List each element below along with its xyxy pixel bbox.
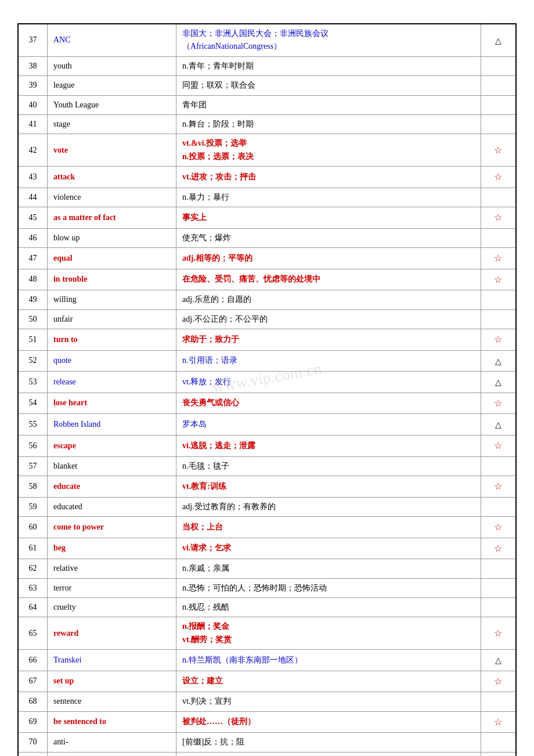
row-number: 65 — [18, 617, 47, 650]
row-number: 58 — [18, 476, 47, 498]
row-number: 67 — [18, 671, 47, 692]
row-number: 42 — [18, 134, 47, 167]
table-row: 38youthn.青年；青年时时期 — [18, 56, 516, 75]
table-row: 62relativen.亲戚；亲属 — [18, 559, 516, 578]
row-number: 47 — [18, 248, 47, 269]
vocabulary-table: 37ANC非国大；非洲人国民大会；非洲民族会议（AfricanNationalC… — [17, 23, 517, 756]
importance-mark: △ — [481, 350, 516, 372]
row-number: 56 — [18, 435, 47, 457]
definition: n.暴力；暴行 — [176, 188, 481, 207]
row-number: 57 — [18, 456, 47, 476]
word: vote — [47, 134, 176, 167]
word: league — [47, 76, 176, 95]
table-row: 49willingadj.乐意的；自愿的 — [18, 290, 516, 309]
table-row: 56escapevi.逃脱；逃走；泄露☆ — [18, 435, 516, 457]
row-number: 39 — [18, 76, 47, 95]
importance-mark: ☆ — [481, 476, 516, 498]
definition: 事实上 — [176, 207, 481, 229]
row-number: 66 — [18, 650, 47, 671]
table-row: 47equaladj.相等的；平等的☆ — [18, 248, 516, 269]
word: lose heart — [47, 393, 176, 414]
row-number: 46 — [18, 228, 47, 247]
definition: vt.教育:训练 — [176, 476, 481, 498]
word: Robben Island — [47, 414, 176, 435]
table-row: 54lose heart丧失勇气或信心☆ — [18, 393, 516, 414]
importance-mark: ☆ — [481, 329, 516, 351]
table-row: 48in trouble在危险、受罚、痛苦、忧虑等的处境中☆ — [18, 269, 516, 290]
definition: n.舞台；阶段；时期 — [176, 114, 481, 134]
definition: 同盟；联双；联合会 — [176, 76, 481, 95]
row-number: 48 — [18, 269, 47, 290]
row-number: 59 — [18, 497, 47, 516]
row-number: 55 — [18, 414, 47, 435]
importance-mark: △ — [481, 650, 516, 671]
table-row: 42votevt.&vi.投票；选举n.投票；选票；表决☆ — [18, 134, 516, 167]
table-row: 63terrorn.恐怖；可怕的人；恐怖时期；恐怖活动 — [18, 578, 516, 597]
table-row: 71anti-blackadj.反黑人的 — [18, 752, 516, 756]
word: terror — [47, 578, 176, 597]
definition: adj.反黑人的 — [176, 752, 481, 756]
importance-mark: ☆ — [481, 671, 516, 692]
word: blow up — [47, 228, 176, 247]
word: stage — [47, 114, 176, 134]
row-number: 53 — [18, 372, 47, 393]
definition: 设立；建立 — [176, 671, 481, 692]
word: relative — [47, 559, 176, 578]
row-number: 37 — [18, 24, 47, 56]
table-row: 66Transkein.特兰斯凯（南非东南部一地区）△ — [18, 650, 516, 671]
definition: 当权；上台 — [176, 517, 481, 538]
row-number: 45 — [18, 207, 47, 229]
row-number: 49 — [18, 290, 47, 309]
row-number: 43 — [18, 167, 47, 188]
word: Youth League — [47, 95, 176, 114]
row-number: 64 — [18, 597, 47, 617]
table-row: 37ANC非国大；非洲人国民大会；非洲民族会议（AfricanNationalC… — [18, 24, 516, 56]
table-row: 46blow up使充气；爆炸 — [18, 228, 516, 247]
importance-mark: ☆ — [481, 167, 516, 188]
definition: vt.释放；发行 — [176, 372, 481, 393]
importance-mark — [481, 56, 516, 75]
table-row: 55Robben Island罗本岛△ — [18, 414, 516, 435]
table-row: 58educatevt.教育:训练☆ — [18, 476, 516, 498]
importance-mark — [481, 188, 516, 207]
table-row: 65rewardn.报酬；奖金vt.酬劳；奖赏☆ — [18, 617, 516, 650]
word: willing — [47, 290, 176, 309]
importance-mark — [481, 456, 516, 476]
row-number: 68 — [18, 692, 47, 711]
importance-mark — [481, 692, 516, 711]
definition: n.残忍；残酷 — [176, 597, 481, 617]
importance-mark — [481, 114, 516, 134]
importance-mark: ☆ — [481, 248, 516, 269]
word: anti- — [47, 733, 176, 752]
table-row: 57blanketn.毛毯；毯子 — [18, 456, 516, 476]
importance-mark: ☆ — [481, 538, 516, 559]
definition: 求助于；致力于 — [176, 329, 481, 351]
table-row: 39league同盟；联双；联合会 — [18, 76, 516, 95]
table-row: 52quoten.引用语；语录△ — [18, 350, 516, 372]
importance-mark — [481, 733, 516, 752]
row-number: 70 — [18, 733, 47, 752]
word: unfair — [47, 309, 176, 329]
definition: adj.受过教育的；有教养的 — [176, 497, 481, 516]
definition: vi.请求；乞求 — [176, 538, 481, 559]
importance-mark — [481, 497, 516, 516]
importance-mark: ☆ — [481, 207, 516, 229]
definition: n.青年；青年时时期 — [176, 56, 481, 75]
row-number: 41 — [18, 114, 47, 134]
row-number: 62 — [18, 559, 47, 578]
word: be sentenced to — [47, 711, 176, 733]
word: reward — [47, 617, 176, 650]
importance-mark: ☆ — [481, 435, 516, 457]
word: beg — [47, 538, 176, 559]
row-number: 60 — [18, 517, 47, 538]
word: anti-black — [47, 752, 176, 756]
row-number: 44 — [18, 188, 47, 207]
row-number: 52 — [18, 350, 47, 372]
definition: 青年团 — [176, 95, 481, 114]
word: set up — [47, 671, 176, 692]
importance-mark — [481, 559, 516, 578]
importance-mark — [481, 95, 516, 114]
definition: adj.相等的；平等的 — [176, 248, 481, 269]
word: attack — [47, 167, 176, 188]
importance-mark: △ — [481, 24, 516, 56]
